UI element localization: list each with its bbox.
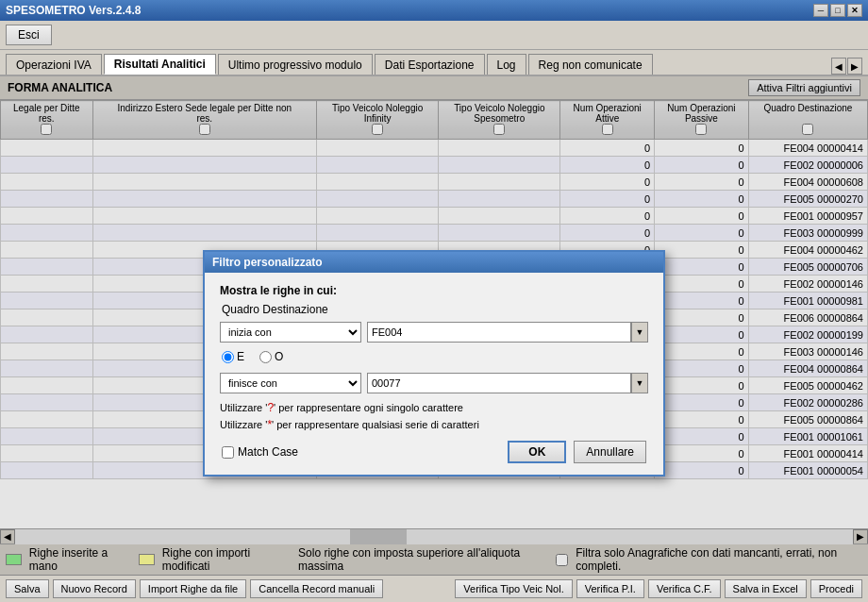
radio-o[interactable] [259, 351, 272, 363]
value1-container: ▼ [367, 322, 648, 343]
new-record-button[interactable]: Nuovo Record [53, 579, 136, 598]
title-bar: SPESOMETRO Vers.2.4.8 ─ □ ✕ [0, 0, 868, 21]
filter-row-1: inizia con finisce con contiene uguale a… [220, 322, 648, 343]
hint1-char: ? [267, 401, 274, 414]
filter-row-2: inizia con finisce con contiene uguale a… [220, 373, 648, 393]
radio-e-text: E [237, 350, 244, 363]
filtro-dialog: Filtro personalizzato Mostra le righe in… [203, 250, 665, 477]
tab-next-button[interactable]: ▶ [847, 58, 862, 75]
tab-bar: Operazioni IVA Risultati Analitici Ultim… [0, 50, 868, 76]
dialog-title-label: Filtro personalizzato [212, 256, 323, 269]
value1-input[interactable] [367, 322, 631, 343]
verify-veic-button[interactable]: Verifica Tipo Veic Nol. [455, 579, 572, 598]
tab-reg-non-comunicate[interactable]: Reg non comunicate [528, 54, 653, 75]
dialog-show-label: Mostra le righe in cui: [220, 284, 648, 297]
value2-container: ▼ [367, 373, 648, 393]
radio-e-label: E [222, 350, 244, 363]
dialog-buttons: OK Annullare [508, 441, 646, 463]
ok-button[interactable]: OK [508, 441, 566, 463]
value1-dropdown-btn[interactable]: ▼ [631, 322, 648, 343]
dialog-footer: Match Case OK Annullare [220, 441, 648, 463]
operator1-select[interactable]: inizia con finisce con contiene uguale a [220, 322, 361, 343]
radio-e[interactable] [222, 351, 234, 363]
dialog-content: Mostra le righe in cui: Quadro Destinazi… [205, 273, 663, 475]
app-title: SPESOMETRO Vers.2.4.8 [6, 4, 141, 17]
radio-o-text: O [275, 350, 283, 363]
import-button[interactable]: Import Righe da file [140, 579, 246, 598]
delete-button[interactable]: Cancella Record manuali [250, 579, 383, 598]
content-area: FORMA ANALITICA Attiva Filtri aggiuntivi… [0, 76, 868, 575]
tab-nav: ◀ ▶ [831, 58, 862, 75]
verify-cf-button[interactable]: Verifica C.F. [648, 579, 721, 598]
match-case-checkbox[interactable] [222, 446, 234, 459]
minimize-button[interactable]: ─ [813, 4, 828, 17]
hint2: Utilizzare '*' per rappresentare qualsia… [220, 418, 648, 431]
dialog-title-bar: Filtro personalizzato [205, 252, 663, 273]
main-window: Esci Operazioni IVA Risultati Analitici … [0, 21, 868, 602]
tab-operazioni-iva[interactable]: Operazioni IVA [6, 54, 102, 75]
hint1: Utilizzare '?' per rappresentare ogni si… [220, 401, 648, 414]
hint2-char: * [267, 418, 272, 431]
tab-log[interactable]: Log [487, 54, 526, 75]
tab-ultimo-progressivo[interactable]: Ultimo progressivo modulo [218, 54, 373, 75]
close-button[interactable]: ✕ [847, 4, 862, 17]
procedi-button[interactable]: Procedi [810, 579, 862, 598]
dialog-field-label: Quadro Destinazione [222, 303, 648, 316]
esci-button[interactable]: Esci [6, 25, 52, 45]
operator2-select[interactable]: inizia con finisce con contiene uguale a [220, 373, 361, 393]
bottom-toolbar: Salva Nuovo Record Import Righe da file … [0, 575, 868, 602]
dialog-overlay: Filtro personalizzato Mostra le righe in… [0, 76, 868, 575]
tab-risultati-analitici[interactable]: Risultati Analitici [104, 54, 216, 75]
save-excel-button[interactable]: Salva in Excel [725, 579, 807, 598]
save-button[interactable]: Salva [6, 579, 49, 598]
radio-row: E O [222, 350, 648, 363]
value2-input[interactable] [367, 373, 631, 393]
maximize-button[interactable]: □ [830, 4, 845, 17]
match-case-label: Match Case [222, 445, 298, 459]
cancel-button[interactable]: Annullare [574, 441, 646, 463]
match-case-text: Match Case [238, 445, 298, 459]
tab-prev-button[interactable]: ◀ [831, 58, 846, 75]
window-controls: ─ □ ✕ [813, 4, 862, 17]
radio-o-label: O [259, 350, 283, 363]
toolbar: Esci [0, 21, 868, 50]
value2-dropdown-btn[interactable]: ▼ [631, 373, 648, 393]
tab-dati-esportazione[interactable]: Dati Esportazione [375, 54, 485, 75]
verify-pi-button[interactable]: Verifica P.I. [576, 579, 644, 598]
